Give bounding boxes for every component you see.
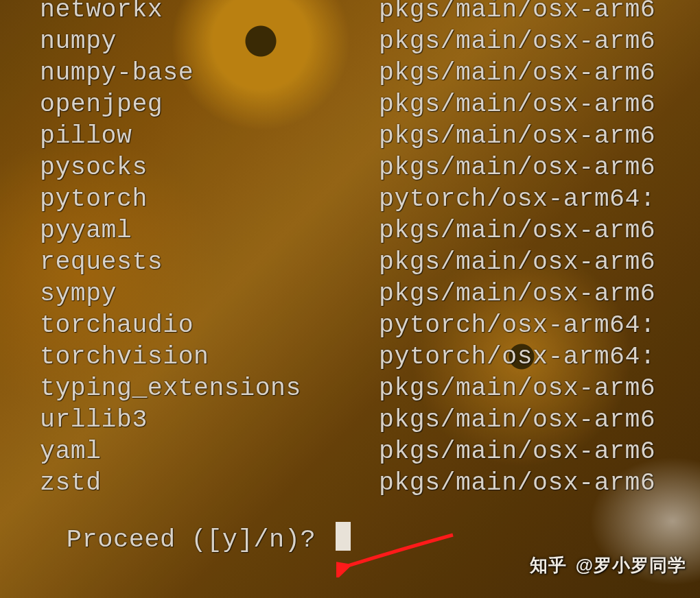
package-source: pkgs/main/osx-arm6 xyxy=(379,215,655,247)
package-source: pkgs/main/osx-arm6 xyxy=(379,247,655,278)
package-name: pyyaml xyxy=(4,215,379,247)
package-source: pkgs/main/osx-arm6 xyxy=(379,0,655,26)
package-name: openjpeg xyxy=(4,89,379,121)
package-row: numpy-basepkgs/main/osx-arm6 xyxy=(4,58,700,89)
package-row: pillowpkgs/main/osx-arm6 xyxy=(4,121,700,152)
package-source: pkgs/main/osx-arm6 xyxy=(379,121,655,152)
watermark: 知乎 @罗小罗同学 xyxy=(530,553,686,577)
prompt-line[interactable]: Proceed ([y]/n)? xyxy=(4,486,351,587)
package-source: pytorch/osx-arm64: xyxy=(379,184,655,215)
package-name: torchvision xyxy=(4,342,379,373)
package-row: requestspkgs/main/osx-arm6 xyxy=(4,247,700,278)
package-name: pillow xyxy=(4,121,379,152)
package-name: requests xyxy=(4,247,379,278)
terminal-output: networkxpkgs/main/osx-arm6numpypkgs/main… xyxy=(0,0,700,598)
watermark-handle: @罗小罗同学 xyxy=(576,555,686,575)
package-name: networkx xyxy=(4,0,379,26)
package-row: torchaudiopytorch/osx-arm64: xyxy=(4,310,700,342)
package-source: pkgs/main/osx-arm6 xyxy=(379,436,655,468)
package-name: torchaudio xyxy=(4,310,379,342)
prompt-text: Proceed ([y]/n)? xyxy=(67,525,331,554)
watermark-site: 知乎 xyxy=(530,555,567,575)
package-source: pkgs/main/osx-arm6 xyxy=(379,278,655,310)
package-row: typing_extensionspkgs/main/osx-arm6 xyxy=(4,373,700,405)
package-name: numpy xyxy=(4,26,379,58)
cursor[interactable] xyxy=(336,522,351,551)
package-list: networkxpkgs/main/osx-arm6numpypkgs/main… xyxy=(4,0,700,499)
package-source: pytorch/osx-arm64: xyxy=(379,342,655,373)
package-source: pkgs/main/osx-arm6 xyxy=(379,152,655,184)
package-name: urllib3 xyxy=(4,405,379,436)
package-row: sympypkgs/main/osx-arm6 xyxy=(4,278,700,310)
package-row: pyyamlpkgs/main/osx-arm6 xyxy=(4,215,700,247)
package-row: pysockspkgs/main/osx-arm6 xyxy=(4,152,700,184)
package-row: yamlpkgs/main/osx-arm6 xyxy=(4,436,700,468)
package-name: typing_extensions xyxy=(4,373,379,405)
package-source: pkgs/main/osx-arm6 xyxy=(379,405,655,436)
package-row: openjpegpkgs/main/osx-arm6 xyxy=(4,89,700,121)
package-source: pytorch/osx-arm64: xyxy=(379,310,655,342)
package-source: pkgs/main/osx-arm6 xyxy=(379,58,655,89)
package-row: pytorchpytorch/osx-arm64: xyxy=(4,184,700,215)
package-name: numpy-base xyxy=(4,58,379,89)
package-source: pkgs/main/osx-arm6 xyxy=(379,373,655,405)
package-source: pkgs/main/osx-arm6 xyxy=(379,468,655,499)
package-name: sympy xyxy=(4,278,379,310)
package-row: urllib3pkgs/main/osx-arm6 xyxy=(4,405,700,436)
package-name: pysocks xyxy=(4,152,379,184)
package-source: pkgs/main/osx-arm6 xyxy=(379,26,655,58)
package-row: networkxpkgs/main/osx-arm6 xyxy=(4,0,700,26)
package-row: numpypkgs/main/osx-arm6 xyxy=(4,26,700,58)
package-name: pytorch xyxy=(4,184,379,215)
package-row: torchvisionpytorch/osx-arm64: xyxy=(4,342,700,373)
package-name: yaml xyxy=(4,436,379,468)
package-source: pkgs/main/osx-arm6 xyxy=(379,89,655,121)
